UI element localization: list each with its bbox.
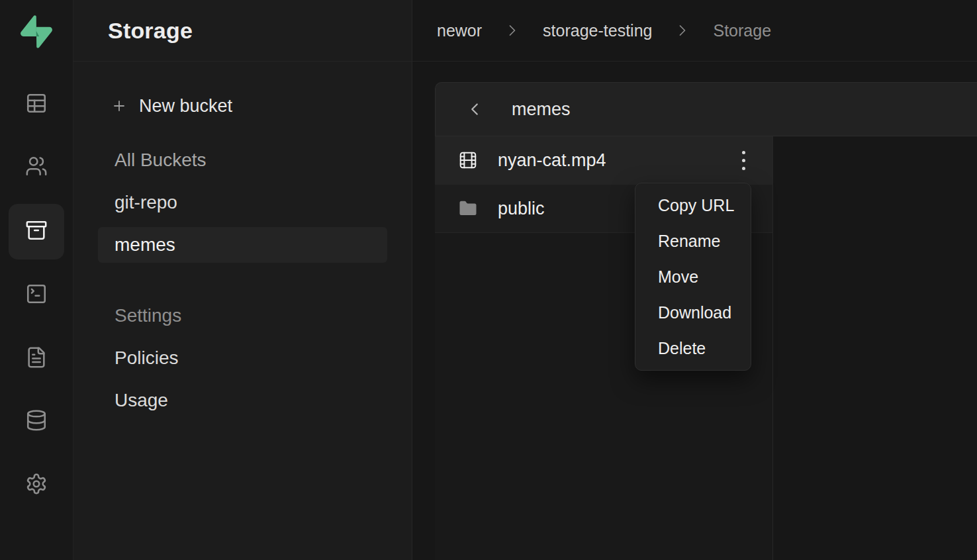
explorer-empty-area: [773, 136, 977, 560]
bucket-nav: All Buckets git-repo memes: [98, 142, 387, 269]
back-button[interactable]: [464, 99, 485, 120]
supabase-logo[interactable]: [17, 13, 56, 53]
sidebar-item-policies[interactable]: Policies: [98, 340, 387, 376]
chevron-left-icon: [465, 99, 485, 119]
chevron-right-icon: [673, 21, 692, 40]
supabase-bolt-icon: [21, 15, 52, 51]
table-editor-icon: [25, 92, 48, 117]
sidebar-item-usage[interactable]: Usage: [98, 383, 387, 418]
breadcrumb: newor storage-testing Storage: [412, 0, 977, 62]
database-icon: [25, 409, 48, 434]
folder-name: public: [498, 199, 545, 219]
sidebar-item-docs[interactable]: [9, 331, 64, 387]
main-area: newor storage-testing Storage memes: [412, 0, 977, 560]
breadcrumb-item-project[interactable]: newor: [437, 21, 482, 40]
storage-explorer: memes nyan-cat.mp4: [412, 62, 977, 560]
menu-item-rename[interactable]: Rename: [635, 223, 751, 259]
sidebar-item-bucket-git-repo[interactable]: git-repo: [98, 185, 387, 220]
sql-terminal-icon: [25, 283, 48, 308]
kebab-menu-icon[interactable]: [731, 144, 755, 177]
settings-section-header: Settings: [98, 298, 387, 334]
current-folder-name: memes: [512, 99, 571, 120]
new-bucket-label: New bucket: [139, 96, 232, 117]
page-title: Storage: [108, 18, 193, 44]
sidebar-item-sql-editor[interactable]: [9, 267, 64, 323]
nav-rail: [0, 0, 73, 560]
new-bucket-button[interactable]: New bucket: [98, 88, 387, 124]
file-context-menu: Copy URL Rename Move Download Delete: [635, 183, 751, 371]
auth-users-icon: [25, 155, 48, 180]
breadcrumb-item-ref[interactable]: storage-testing: [543, 21, 652, 40]
app-window: Storage New bucket All Buckets git-repo …: [0, 0, 977, 560]
file-row-nyan-cat[interactable]: nyan-cat.mp4: [435, 136, 772, 185]
explorer-header: memes: [435, 82, 977, 136]
sidebar-item-storage[interactable]: [9, 204, 64, 259]
sidebar-item-table-editor[interactable]: [9, 77, 64, 132]
chevron-right-icon: [503, 21, 522, 40]
film-icon: [458, 150, 478, 170]
folder-icon: [458, 199, 478, 218]
sidebar-item-database[interactable]: [9, 394, 64, 449]
file-name: nyan-cat.mp4: [498, 150, 606, 171]
plus-icon: [111, 98, 139, 114]
settings-section: Settings Policies Usage: [98, 298, 387, 425]
storage-archive-icon: [25, 219, 48, 244]
storage-sidebar: Storage New bucket All Buckets git-repo …: [73, 0, 412, 560]
menu-item-download[interactable]: Download: [635, 295, 751, 330]
sidebar-item-auth[interactable]: [9, 140, 64, 195]
sidebar-item-all-buckets[interactable]: All Buckets: [98, 142, 387, 178]
menu-item-move[interactable]: Move: [635, 259, 751, 295]
docs-file-icon: [25, 346, 48, 371]
menu-item-delete[interactable]: Delete: [635, 330, 751, 366]
settings-gear-icon: [25, 473, 48, 498]
sidebar-item-settings[interactable]: [9, 457, 64, 513]
menu-item-copy-url[interactable]: Copy URL: [635, 187, 751, 223]
sidebar-header: Storage: [73, 0, 412, 62]
sidebar-item-bucket-memes[interactable]: memes: [98, 227, 387, 263]
breadcrumb-item-current: Storage: [713, 21, 771, 40]
